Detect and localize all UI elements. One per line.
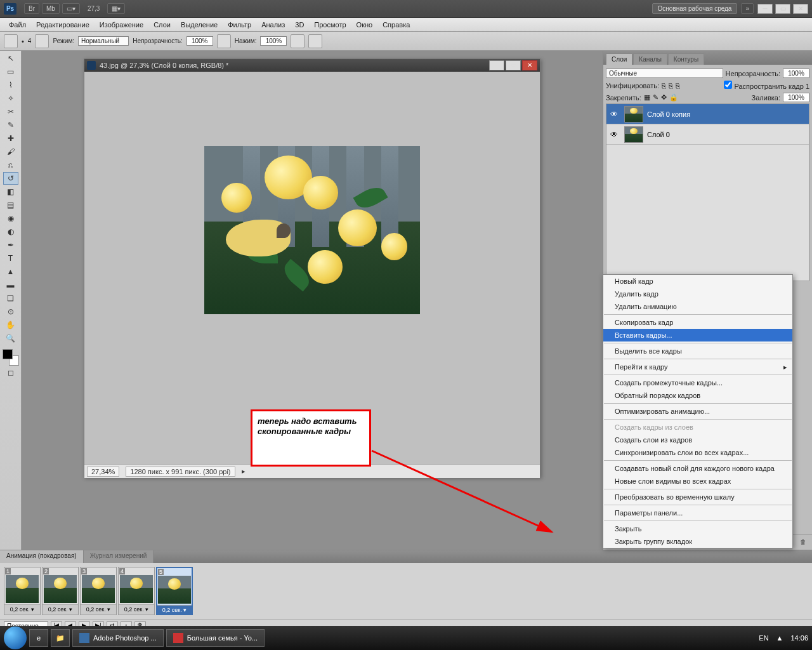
workspace-more-button[interactable]: » [741, 3, 754, 14]
frame-duration[interactable]: 0,2 сек. ▾ [81, 604, 116, 614]
context-menu-item[interactable]: Вставить кадры... [603, 329, 792, 342]
context-menu-item[interactable]: Создать промежуточные кадры... [603, 376, 792, 389]
history-brush-tool[interactable]: ↺ [3, 172, 18, 185]
delete-layer-icon[interactable]: 🗑 [798, 538, 808, 547]
unify-icon[interactable]: ⎘ [676, 82, 680, 90]
tab-channels[interactable]: Каналы [633, 53, 667, 65]
eraser-tool[interactable]: ◧ [3, 185, 18, 198]
blend-mode-select[interactable]: Нормальный [78, 36, 129, 46]
menu-select[interactable]: Выделение [176, 19, 223, 30]
unify-icon[interactable]: ⎘ [669, 82, 673, 90]
visibility-icon[interactable]: 👁 [608, 110, 620, 119]
context-menu-item[interactable]: Новые слои видимы во всех кадрах [603, 475, 792, 488]
unify-icon[interactable]: ⎘ [662, 82, 666, 90]
3d-tool[interactable]: ❏ [3, 292, 18, 305]
window-close-button[interactable]: ✕ [793, 4, 808, 14]
workspace-selector[interactable]: Основная рабочая среда [652, 3, 738, 14]
3d-camera-tool[interactable]: ⊙ [3, 305, 18, 318]
context-menu-item[interactable]: Скопировать кадр [603, 316, 792, 329]
menu-edit[interactable]: Редактирование [31, 19, 95, 30]
frame-duration[interactable]: 0,2 сек. ▾ [4, 604, 40, 614]
brush-panel-button[interactable] [35, 34, 49, 48]
tab-layers[interactable]: Слои [606, 53, 632, 65]
airbrush-button[interactable] [291, 34, 304, 48]
zoom-tool[interactable]: 🔍 [3, 332, 18, 345]
shape-tool[interactable]: ▬ [3, 279, 18, 291]
tray-up-icon[interactable]: ▲ [776, 634, 783, 642]
menu-image[interactable]: Изображение [95, 19, 148, 30]
context-menu-item[interactable]: Параметры панели... [603, 507, 792, 519]
opacity-pressure-button[interactable] [217, 34, 231, 48]
animation-frame[interactable]: 40,2 сек. ▾ [118, 567, 155, 615]
layer-row[interactable]: 👁 Слой 0 [606, 124, 809, 145]
healing-tool[interactable]: ✚ [3, 132, 18, 145]
layer-opacity-input[interactable]: 100% [783, 69, 809, 78]
foreground-color[interactable] [3, 349, 13, 359]
doc-maximize-button[interactable]: ▭ [506, 60, 521, 70]
lock-all-icon[interactable]: 🔒 [669, 93, 678, 102]
menu-file[interactable]: Файл [4, 19, 31, 30]
context-menu-item[interactable]: Синхронизировать слои во всех кадрах... [603, 446, 792, 459]
tray-lang[interactable]: EN [759, 634, 768, 642]
visibility-icon[interactable]: 👁 [608, 130, 620, 139]
color-swatches[interactable] [3, 349, 19, 366]
path-tool[interactable]: ▲ [3, 265, 18, 278]
status-zoom[interactable]: 27,34% [87, 467, 119, 477]
layer-row[interactable]: 👁 Слой 0 копия [606, 104, 809, 124]
tab-measurement-log[interactable]: Журнал измерений [84, 550, 154, 563]
animation-frame[interactable]: 20,2 сек. ▾ [42, 567, 79, 615]
marquee-tool[interactable]: ▭ [3, 65, 18, 78]
context-menu-item[interactable]: Обратный порядок кадров [603, 389, 792, 402]
document-titlebar[interactable]: 43.jpg @ 27,3% (Слой 0 копия, RGB/8) * ─… [84, 59, 540, 72]
quickmask-button[interactable]: ◻ [3, 366, 18, 379]
dodge-tool[interactable]: ◐ [3, 225, 18, 238]
tablet-pressure-button[interactable] [308, 34, 322, 48]
window-maximize-button[interactable]: ▭ [775, 4, 790, 14]
hand-tool[interactable]: ✋ [3, 319, 18, 331]
taskbar-item[interactable]: Большая семья - Yo... [166, 629, 265, 647]
layer-thumbnail[interactable] [624, 126, 643, 143]
crop-tool[interactable]: ✂ [3, 105, 18, 118]
tab-animation[interactable]: Анимация (покадровая) [0, 550, 84, 563]
propagate-checkbox[interactable] [724, 81, 732, 89]
menu-3d[interactable]: 3D [290, 19, 309, 30]
frame-duration[interactable]: 0,2 сек. ▾ [43, 604, 78, 614]
frame-duration[interactable]: 0,2 сек. ▾ [157, 605, 192, 614]
menu-filter[interactable]: Фильтр [223, 19, 256, 30]
context-menu-item[interactable]: Создать слои из кадров [603, 434, 792, 446]
tab-paths[interactable]: Контуры [668, 53, 704, 65]
layer-name[interactable]: Слой 0 копия [647, 110, 690, 118]
taskbar-item[interactable]: Adobe Photoshop ... [72, 629, 164, 647]
pen-tool[interactable]: ✒ [3, 239, 18, 251]
context-menu-item[interactable]: Оптимизировать анимацию... [603, 405, 792, 418]
menu-view[interactable]: Просмотр [309, 19, 351, 30]
menu-analysis[interactable]: Анализ [256, 19, 290, 30]
mb-button[interactable]: Mb [42, 3, 60, 14]
layer-name[interactable]: Слой 0 [647, 131, 670, 138]
frame-duration[interactable]: 0,2 сек. ▾ [119, 604, 154, 614]
doc-close-button[interactable]: ✕ [522, 60, 537, 70]
context-menu-item[interactable]: Перейти к кадру [603, 361, 792, 373]
explorer-button[interactable]: 📁 [51, 629, 70, 647]
context-menu-item[interactable]: Создавать новый слой для каждого нового … [603, 462, 792, 475]
type-tool[interactable]: T [3, 252, 18, 265]
ie-button[interactable]: e [29, 629, 48, 647]
animation-frame[interactable]: 50,2 сек. ▾ [156, 567, 193, 615]
lock-position-icon[interactable]: ✥ [661, 93, 667, 102]
context-menu-item[interactable]: Выделить все кадры [603, 345, 792, 357]
context-menu-item[interactable]: Преобразовать во временную шкалу [603, 491, 792, 503]
lock-transparency-icon[interactable]: ▦ [644, 93, 650, 102]
lasso-tool[interactable]: ⌇ [3, 79, 18, 91]
menu-layers[interactable]: Слои [148, 19, 176, 30]
tray-clock[interactable]: 14:06 [790, 634, 808, 642]
animation-frame[interactable]: 10,2 сек. ▾ [4, 567, 41, 615]
doc-minimize-button[interactable]: ─ [489, 60, 504, 70]
fill-input[interactable]: 100% [783, 93, 809, 102]
lock-pixels-icon[interactable]: ✎ [653, 93, 658, 102]
arrange-button[interactable]: ▦▾ [107, 3, 125, 14]
menu-window[interactable]: Окно [351, 19, 378, 30]
gradient-tool[interactable]: ▤ [3, 199, 18, 211]
context-menu-item[interactable]: Закрыть [603, 522, 792, 535]
context-menu-item[interactable]: Новый кадр [603, 275, 792, 288]
magic-wand-tool[interactable]: ✧ [3, 92, 18, 105]
